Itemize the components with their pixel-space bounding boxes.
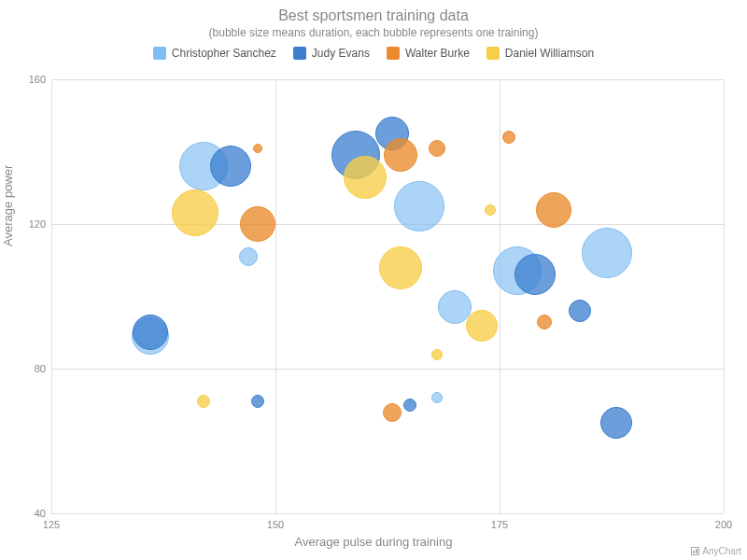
bubble[interactable]: [485, 204, 496, 216]
gridline-v: [51, 79, 52, 513]
credit-badge[interactable]: AnyChart: [691, 546, 741, 556]
legend-swatch: [153, 47, 166, 60]
bubble[interactable]: [429, 140, 445, 157]
x-tick-label: 175: [481, 519, 518, 530]
y-axis-title: Average power: [1, 165, 15, 246]
bubble[interactable]: [502, 131, 515, 144]
chart-icon: [691, 547, 699, 555]
bubble[interactable]: [344, 156, 387, 199]
bubble[interactable]: [582, 228, 632, 278]
bubble[interactable]: [403, 399, 416, 412]
bubble[interactable]: [536, 192, 571, 228]
bubble[interactable]: [239, 247, 258, 266]
legend: Christopher SanchezJudy EvansWalter Burk…: [0, 39, 747, 60]
x-axis-title: Average pulse during training: [0, 535, 747, 549]
bubble[interactable]: [210, 146, 251, 187]
bubble[interactable]: [569, 300, 591, 322]
bubble[interactable]: [133, 315, 168, 350]
legend-swatch: [387, 47, 400, 60]
bubble[interactable]: [466, 310, 498, 342]
x-tick-label: 125: [33, 519, 70, 530]
chart-title: Best sportsmen training data: [0, 0, 747, 24]
bubble[interactable]: [384, 138, 417, 172]
bubble[interactable]: [251, 395, 264, 408]
x-tick-label: 200: [705, 519, 742, 530]
gridline-h: [51, 513, 724, 514]
gridline-h: [51, 79, 724, 80]
plot-area: 4080120160125150175200: [51, 79, 724, 513]
y-tick-label: 160: [18, 74, 46, 85]
gridline-h: [51, 224, 724, 225]
bubble[interactable]: [537, 315, 552, 329]
gridline-v: [724, 79, 725, 513]
gridline-h: [51, 369, 724, 370]
bubble[interactable]: [197, 395, 210, 408]
y-tick-label: 40: [18, 508, 46, 519]
legend-item-3[interactable]: Daniel Williamson: [486, 47, 594, 60]
legend-swatch: [293, 47, 306, 60]
credit-text: AnyChart: [702, 546, 741, 556]
bubble[interactable]: [514, 254, 556, 295]
y-tick-label: 80: [18, 363, 46, 374]
legend-label: Daniel Williamson: [505, 47, 594, 60]
gridline-v: [500, 79, 500, 513]
bubble[interactable]: [240, 206, 275, 242]
gridline-v: [275, 79, 276, 513]
bubble[interactable]: [253, 144, 262, 153]
legend-label: Christopher Sanchez: [172, 47, 276, 60]
y-tick-label: 120: [18, 218, 46, 230]
chart-container: Best sportsmen training data (bubble siz…: [0, 0, 747, 560]
legend-item-1[interactable]: Judy Evans: [293, 47, 370, 60]
bubble[interactable]: [172, 189, 218, 236]
chart-subtitle: (bubble size means duration, each bubble…: [0, 24, 747, 39]
legend-item-0[interactable]: Christopher Sanchez: [153, 47, 276, 60]
bubble[interactable]: [431, 392, 443, 403]
x-tick-label: 150: [257, 519, 294, 530]
bubble[interactable]: [394, 181, 444, 231]
bubble[interactable]: [379, 246, 422, 289]
legend-item-2[interactable]: Walter Burke: [387, 47, 470, 60]
bubble[interactable]: [600, 407, 632, 439]
legend-swatch: [486, 47, 500, 60]
legend-label: Judy Evans: [312, 47, 370, 60]
bubble[interactable]: [431, 349, 443, 360]
bubble[interactable]: [383, 403, 402, 422]
legend-label: Walter Burke: [405, 47, 470, 60]
